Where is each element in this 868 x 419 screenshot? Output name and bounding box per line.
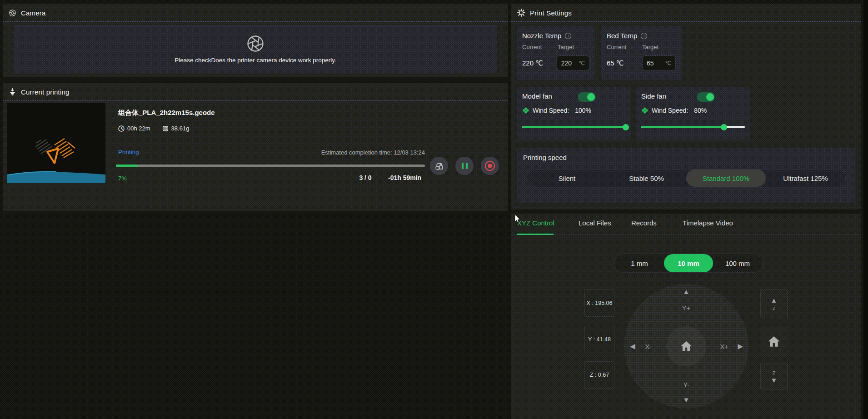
- nozzle-current-value: 220 ℃: [522, 59, 557, 67]
- tab-local-files[interactable]: Local Files: [579, 219, 611, 227]
- y-minus-label: Y-: [677, 381, 695, 389]
- model-fan-label: Model fan: [522, 92, 552, 100]
- x-minus-label: X-: [639, 343, 658, 350]
- x-minus-arrow-button[interactable]: ◀: [627, 343, 638, 349]
- info-icon[interactable]: i: [641, 33, 647, 39]
- camera-panel: Camera Please checkDoes the printer came…: [3, 4, 508, 77]
- home-icon: [679, 339, 693, 353]
- side-fan-slider[interactable]: [641, 126, 745, 128]
- printing-speed-label: Printing speed: [523, 154, 849, 161]
- change-plate-button[interactable]: [430, 157, 448, 175]
- nozzle-target-value: 220: [561, 60, 572, 67]
- printing-speed-segment: Silent Stable 50% Standard 100% Ultrafas…: [527, 169, 846, 187]
- model-fan-card: Model fan Wind Speed: 100%: [517, 87, 631, 140]
- fan-icon: [641, 107, 649, 114]
- side-fan-thumb[interactable]: [721, 124, 727, 130]
- speed-option-stable[interactable]: Stable 50%: [607, 170, 686, 187]
- print-settings-panel: Print Settings Nozzle Temp i Current Tar…: [511, 4, 861, 210]
- tab-records[interactable]: Records: [631, 219, 657, 227]
- control-panel: XYZ Control Local Files Records Timelaps…: [511, 214, 861, 419]
- y-plus-label: Y+: [677, 304, 695, 312]
- print-settings-title: Print Settings: [530, 9, 572, 17]
- camera-placeholder: Please checkDoes the printer camera devi…: [14, 25, 497, 73]
- change-plate-icon: [434, 161, 444, 171]
- filament-spool-icon: [162, 125, 169, 132]
- y-plus-arrow-button[interactable]: ▲: [681, 288, 692, 295]
- y-minus-arrow-button[interactable]: ▼: [681, 396, 692, 403]
- print-meta-row: 00h 22m 38.61g: [118, 125, 189, 132]
- print-progress-bar: [116, 165, 425, 167]
- step-size-selector: 1 mm 10 mm 100 mm: [614, 254, 763, 273]
- model-fan-fill: [522, 126, 626, 128]
- z-down-arrow-icon: ▼: [771, 377, 778, 384]
- bed-target-value: 65: [647, 60, 654, 67]
- print-progress-percent: 7%: [118, 175, 127, 182]
- print-time-remaining: -01h 59min: [388, 174, 421, 181]
- home-icon: [767, 334, 781, 349]
- z-up-button[interactable]: ▲ z: [760, 289, 788, 318]
- z-home-button[interactable]: [760, 326, 788, 357]
- x-plus-arrow-button[interactable]: ▶: [735, 343, 746, 349]
- xy-home-button[interactable]: [666, 326, 706, 366]
- z-up-arrow-icon: ▲: [771, 297, 778, 304]
- model-fan-thumb[interactable]: [623, 124, 629, 130]
- print-duration: 00h 22m: [127, 125, 150, 132]
- bed-target-label: Target: [642, 44, 658, 50]
- camera-panel-title: Camera: [21, 9, 46, 17]
- bed-current-label: Current: [607, 44, 642, 50]
- step-10mm[interactable]: 10 mm: [664, 254, 713, 272]
- z-down-button[interactable]: z ▼: [760, 364, 788, 389]
- x-coordinate-display: X : 195.06: [584, 289, 614, 317]
- print-settings-divider: [511, 21, 861, 22]
- camera-header-divider: [3, 21, 508, 22]
- page-scrollbar[interactable]: [863, 0, 868, 419]
- stop-icon: [485, 161, 495, 171]
- current-printing-panel: Current printing 组合体_PLA_2h22m15s.gcode: [3, 83, 508, 211]
- tab-timelapse-video[interactable]: Timelapse Video: [683, 219, 733, 227]
- z-down-label: z: [773, 369, 776, 375]
- print-thumbnail: [7, 103, 105, 183]
- side-fan-toggle[interactable]: [697, 92, 715, 102]
- fan-icon: [522, 107, 529, 114]
- current-printing-header: Current printing: [3, 83, 508, 100]
- model-fan-toggle[interactable]: [578, 92, 596, 102]
- current-printing-divider: [3, 100, 508, 101]
- y-coordinate-display: Y : 41.48: [584, 326, 614, 353]
- side-fan-label: Side fan: [641, 92, 666, 100]
- print-settings-header: Print Settings: [511, 4, 861, 21]
- pause-button[interactable]: [455, 157, 474, 175]
- model-fan-slider[interactable]: [522, 126, 626, 128]
- print-weight-item: 38.61g: [162, 125, 190, 132]
- info-icon[interactable]: i: [565, 33, 571, 39]
- print-duration-item: 00h 22m: [118, 125, 150, 132]
- side-fan-fill: [641, 126, 724, 128]
- stop-button[interactable]: [481, 157, 499, 175]
- bed-target-unit: ℃: [665, 60, 671, 66]
- estimated-completion-time: Estimated completion time: 12/03 13:24: [115, 149, 425, 156]
- nozzle-current-label: Current: [522, 44, 558, 50]
- side-fan-wind-label: Wind Speed:: [652, 107, 688, 114]
- camera-aperture-icon-large: [246, 35, 264, 53]
- nozzle-target-label: Target: [558, 44, 574, 50]
- nozzle-target-input[interactable]: 220 ℃: [557, 55, 589, 70]
- pause-icon: [462, 163, 468, 169]
- z-coordinate-display: Z : 0.67: [584, 361, 614, 389]
- step-100mm[interactable]: 100 mm: [713, 254, 762, 272]
- camera-error-message: Please checkDoes the printer camera devi…: [175, 57, 336, 64]
- x-plus-label: X+: [715, 343, 733, 350]
- print-details: 组合体_PLA_2h22m15s.gcode 00h 22m 38.61g: [115, 103, 504, 211]
- speed-option-standard[interactable]: Standard 100%: [686, 170, 766, 187]
- side-fan-wind-value: 80%: [694, 107, 707, 114]
- bed-target-input[interactable]: 65 ℃: [642, 55, 676, 70]
- speed-option-ultrafast[interactable]: Ultrafast 125%: [766, 170, 845, 187]
- nozzle-temp-card: Nozzle Temp i Current Target 220 ℃ 220 ℃: [517, 26, 595, 80]
- nozzle-icon: [9, 88, 16, 96]
- gear-icon: [517, 9, 525, 17]
- speed-option-silent[interactable]: Silent: [527, 170, 607, 187]
- clock-icon: [118, 125, 125, 132]
- step-1mm[interactable]: 1 mm: [615, 254, 664, 272]
- active-tab-underline: [517, 234, 554, 235]
- bed-temp-label: Bed Temp: [607, 32, 637, 40]
- tab-xyz-control[interactable]: XYZ Control: [517, 219, 554, 227]
- print-weight: 38.61g: [171, 125, 190, 132]
